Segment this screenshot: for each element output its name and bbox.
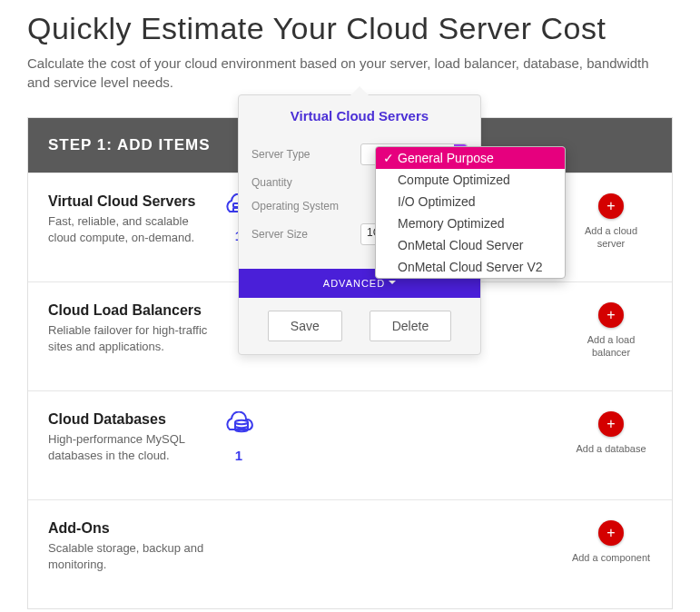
add-label: Add a cloud server xyxy=(570,224,652,251)
item-row-addons: Add-Ons Scalable storage, backup and mon… xyxy=(28,499,672,608)
item-title: Cloud Databases xyxy=(48,411,212,428)
dropdown-option[interactable]: General Purpose xyxy=(376,147,565,169)
popover-title: Virtual Cloud Servers xyxy=(239,95,480,133)
server-type-dropdown: General Purpose Compute Optimized I/O Op… xyxy=(375,146,566,279)
item-desc: Fast, reliable, and scalable cloud compu… xyxy=(48,213,212,246)
add-label: Add a database xyxy=(570,442,652,455)
os-label: Operating System xyxy=(251,200,360,212)
add-label: Add a component xyxy=(570,551,652,564)
item-title: Add-Ons xyxy=(48,520,212,537)
add-addon-button[interactable]: + xyxy=(598,520,624,546)
server-type-label: Server Type xyxy=(251,148,360,161)
item-row-db: Cloud Databases High-performance MySQL d… xyxy=(28,390,672,499)
add-db-button[interactable]: + xyxy=(598,411,624,437)
item-count: 1 xyxy=(212,448,266,463)
dropdown-option[interactable]: Compute Optimized xyxy=(376,169,565,191)
dropdown-option[interactable]: Memory Optimized xyxy=(376,212,565,234)
database-icon: 1 xyxy=(212,411,266,463)
add-lb-button[interactable]: + xyxy=(598,302,624,328)
item-desc: Reliable failover for high-traffic sites… xyxy=(48,322,212,355)
item-title: Cloud Load Balancers xyxy=(48,302,212,319)
svg-point-2 xyxy=(235,420,248,424)
chevron-down-icon xyxy=(389,281,396,288)
size-label: Server Size xyxy=(251,228,360,241)
delete-button[interactable]: Delete xyxy=(370,311,451,341)
dropdown-option[interactable]: I/O Optimized xyxy=(376,191,565,212)
add-label: Add a load balancer xyxy=(570,333,652,360)
page-title: Quickly Estimate Your Cloud Server Cost xyxy=(27,11,673,46)
dropdown-option[interactable]: OnMetal Cloud Server xyxy=(376,234,565,256)
item-desc: Scalable storage, backup and monitoring. xyxy=(48,540,212,573)
save-button[interactable]: Save xyxy=(268,311,342,341)
quantity-label: Quantity xyxy=(251,176,360,189)
item-desc: High-performance MySQL databases in the … xyxy=(48,431,212,464)
item-title: Virtual Cloud Servers xyxy=(48,193,212,210)
add-server-button[interactable]: + xyxy=(598,193,624,219)
dropdown-option[interactable]: OnMetal Cloud Server V2 xyxy=(376,256,565,278)
